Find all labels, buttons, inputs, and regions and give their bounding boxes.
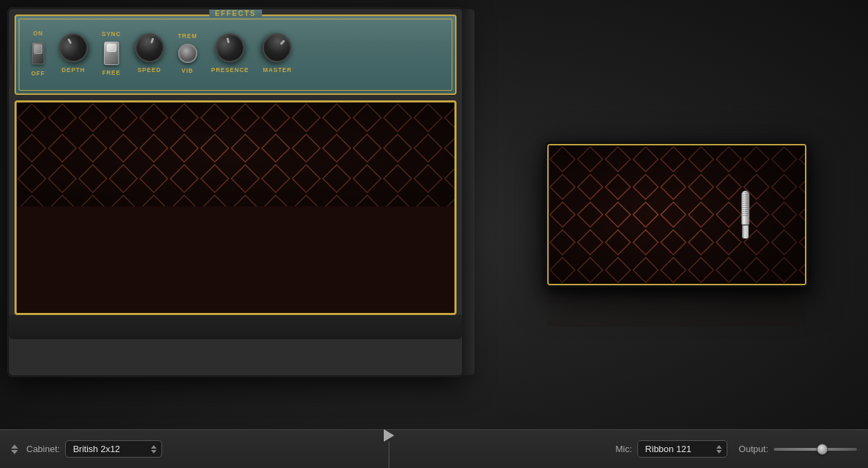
amp-bottom bbox=[9, 315, 462, 339]
presence-label: PRESENCE bbox=[211, 66, 249, 73]
on-off-group: ON OFF bbox=[24, 30, 52, 77]
sync-toggle[interactable] bbox=[104, 42, 119, 65]
sync-label: SYNC bbox=[102, 30, 121, 37]
play-line bbox=[389, 442, 389, 469]
trem-vib-toggle[interactable] bbox=[178, 44, 197, 63]
preset-down-arrow[interactable] bbox=[11, 450, 18, 454]
master-knob[interactable] bbox=[257, 27, 298, 68]
output-label: Output: bbox=[738, 444, 768, 454]
trem-label: TREM bbox=[178, 33, 197, 39]
vib-label: VIB bbox=[181, 67, 193, 74]
speaker-cab-wrapper bbox=[545, 142, 808, 287]
speed-group: SPEED bbox=[128, 33, 171, 73]
on-off-toggle[interactable] bbox=[31, 41, 45, 66]
mic-body bbox=[742, 225, 749, 239]
speaker-cab-area bbox=[464, 0, 868, 429]
output-slider-container bbox=[774, 448, 857, 451]
speed-label: SPEED bbox=[138, 66, 161, 73]
off-label: OFF bbox=[31, 70, 45, 77]
cabinet-label: Cabinet: bbox=[26, 444, 60, 454]
svg-rect-14 bbox=[549, 145, 805, 284]
cab-inner bbox=[547, 144, 806, 285]
speaker-grille bbox=[15, 100, 457, 315]
depth-label: DEPTH bbox=[62, 66, 85, 73]
master-group: MASTER bbox=[256, 33, 299, 73]
controls-section: ON OFF DEPTH bbox=[24, 21, 447, 85]
sync-lever bbox=[107, 44, 116, 52]
preset-up-arrow[interactable] bbox=[11, 444, 18, 449]
effects-label: EFFECTS bbox=[209, 10, 262, 17]
mic-select-wrapper: Ribbon 121 Condenser 87 Dynamic 57 Dynam… bbox=[637, 440, 727, 458]
svg-rect-7 bbox=[17, 102, 454, 206]
speaker-cab bbox=[545, 142, 808, 287]
main-container: EFFECTS ON OFF bbox=[0, 0, 868, 468]
mic-head bbox=[741, 190, 750, 225]
top-area: EFFECTS ON OFF bbox=[0, 0, 868, 429]
output-slider[interactable] bbox=[774, 448, 857, 451]
toggle-lever bbox=[34, 44, 42, 54]
grille-pattern bbox=[17, 102, 454, 209]
preset-arrows[interactable] bbox=[11, 444, 18, 454]
on-label: ON bbox=[33, 30, 44, 37]
amp-side bbox=[462, 9, 475, 375]
cab-grille-svg bbox=[549, 145, 805, 284]
presence-group: PRESENCE bbox=[204, 33, 256, 73]
mic-select[interactable]: Ribbon 121 Condenser 87 Dynamic 57 Dynam… bbox=[637, 440, 727, 458]
amp-unit: EFFECTS ON OFF bbox=[7, 7, 464, 377]
mic-label: Mic: bbox=[616, 444, 632, 454]
cab-reflection bbox=[547, 285, 806, 327]
toggle-body bbox=[32, 42, 44, 64]
trem-vib-group: TREM VIB bbox=[171, 33, 204, 74]
effects-panel: EFFECTS ON OFF bbox=[15, 15, 457, 95]
presence-knob[interactable] bbox=[212, 30, 247, 65]
play-button[interactable] bbox=[384, 429, 394, 442]
speed-knob[interactable] bbox=[131, 29, 168, 66]
bottom-bar: Cabinet: British 2x12 British 4x12 Ameri… bbox=[0, 429, 868, 468]
cabinet-select-wrapper: British 2x12 British 4x12 American 1x12 … bbox=[65, 440, 162, 458]
microphone bbox=[741, 190, 750, 239]
depth-group: DEPTH bbox=[52, 33, 95, 73]
grille-svg bbox=[17, 102, 454, 206]
sync-free-group: SYNC FREE bbox=[95, 30, 128, 76]
play-area bbox=[384, 429, 394, 469]
master-label: MASTER bbox=[263, 66, 292, 73]
depth-knob[interactable] bbox=[53, 28, 93, 67]
cabinet-select[interactable]: British 2x12 British 4x12 American 1x12 … bbox=[65, 440, 162, 458]
free-label: FREE bbox=[102, 69, 121, 76]
